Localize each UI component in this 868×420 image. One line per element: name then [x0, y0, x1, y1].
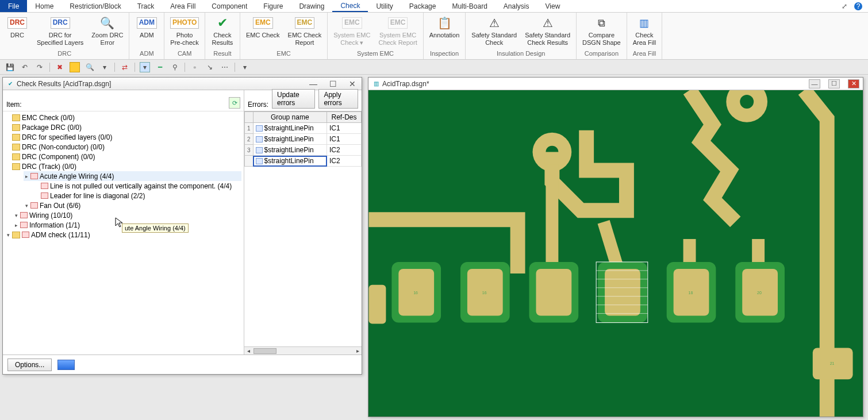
ribbon-button[interactable]: 📋Annotation — [426, 14, 463, 40]
tree-row[interactable]: EMC Check (0/0) — [5, 113, 241, 122]
ribbon-button[interactable]: ADMADM — [132, 14, 162, 40]
tree-row[interactable]: Package DRC (0/0) — [5, 122, 241, 132]
ribbon-button-label: CheckResults — [212, 32, 233, 46]
ribbon-button[interactable]: ⚠Safety StandardCheck Results — [521, 14, 574, 47]
ribbon-button[interactable]: EMCEMC Check — [243, 14, 283, 40]
delete-icon[interactable]: ✖ — [55, 62, 65, 72]
table-row[interactable]: $straightLinePinIC2 — [245, 156, 362, 167]
comment-icon[interactable]: ▾ — [140, 62, 150, 72]
ribbon-button[interactable]: ▥CheckArea Fill — [629, 14, 659, 47]
menu-view[interactable]: View — [537, 0, 569, 12]
canvas-minimize-button[interactable]: — — [809, 79, 820, 88]
tree-twisty-icon[interactable]: ▸ — [24, 174, 30, 179]
scroll-thumb[interactable] — [254, 348, 276, 354]
update-errors-button[interactable]: Update errors — [272, 89, 315, 109]
ribbon-button[interactable]: DRCDRC — [2, 14, 32, 40]
grid-hscroll[interactable]: ◂ ▸ — [244, 346, 362, 355]
menu-utility[interactable]: Utility — [368, 0, 401, 12]
menu-home[interactable]: Home — [27, 0, 62, 12]
col-group-name[interactable]: Group name — [253, 112, 327, 123]
menu-check[interactable]: Check — [332, 0, 368, 12]
tree-row[interactable]: ▸Acute Angle Wiring (4/4) — [24, 171, 241, 181]
scroll-right-icon[interactable]: ▸ — [354, 348, 362, 354]
canvas-close-button[interactable]: ✕ — [848, 79, 859, 88]
ribbon-button[interactable]: EMCSystem EMCCheck Report — [375, 14, 420, 47]
tree-twisty-icon[interactable]: ▾ — [5, 232, 11, 238]
table-row[interactable]: 1$straightLinePinIC1 — [245, 123, 362, 134]
refresh-tree-button[interactable]: ⟳ — [229, 97, 240, 109]
compare-icon: ⧉ — [592, 15, 611, 31]
line-icon[interactable]: ━ — [155, 62, 165, 72]
check-results-titlebar[interactable]: ✔ Check Results [AcidTrap.dsgn] — ☐ ✕ — [3, 78, 362, 90]
tree-twisty-icon[interactable]: ▸ — [13, 222, 20, 228]
ribbon-button[interactable]: ⧉CompareDSGN Shape — [579, 14, 624, 47]
tool-c-icon[interactable]: ⋯ — [220, 62, 230, 72]
undo-icon[interactable]: ↶ — [20, 62, 30, 72]
save-icon[interactable]: 💾 — [5, 62, 15, 72]
tree-row[interactable]: DRC (Component) (0/0) — [5, 152, 241, 161]
select-area-icon[interactable] — [70, 62, 80, 72]
toggle-icon[interactable]: ⇄ — [120, 62, 130, 72]
help-icon[interactable]: ? — [854, 2, 862, 10]
safety-icon: ⚠ — [485, 15, 504, 31]
menu-analysis[interactable]: Analysis — [496, 0, 537, 12]
tree-row[interactable]: Line is not pulled out vertically agains… — [34, 181, 241, 191]
ribbon-button[interactable]: DRCDRC forSpecified Layers — [33, 14, 87, 47]
layer-icon[interactable]: ▾ — [99, 62, 110, 72]
menu-drawing[interactable]: Drawing — [291, 0, 332, 12]
menu-multiboard[interactable]: Multi-Board — [444, 0, 495, 12]
ribbon-button[interactable]: ⚠Safety StandardCheck — [468, 14, 520, 47]
check-tree[interactable]: EMC Check (0/0)Package DRC (0/0)DRC for … — [3, 111, 244, 355]
collapse-ribbon-icon[interactable]: ⤢ — [840, 2, 848, 10]
tree-row-label: DRC (Track) (0/0) — [22, 163, 76, 171]
canvas-maximize-button[interactable]: ☐ — [828, 79, 840, 88]
tree-row[interactable]: DRC (Track) (0/0) — [5, 161, 241, 171]
highlight-color-button[interactable] — [57, 360, 75, 370]
ribbon-button[interactable]: ✔CheckResults — [208, 14, 237, 47]
options-button[interactable]: Options... — [7, 359, 52, 371]
ribbon-button[interactable]: 🔍Zoom DRCError — [88, 14, 126, 47]
probe-icon[interactable]: ⚲ — [170, 62, 180, 72]
tree-twisty-icon[interactable]: ▾ — [24, 203, 30, 209]
scroll-left-icon[interactable]: ◂ — [244, 348, 252, 354]
menu-track[interactable]: Track — [129, 0, 163, 12]
redo-icon[interactable]: ↷ — [34, 62, 45, 72]
menu-component[interactable]: Component — [203, 0, 255, 12]
menu-restriction[interactable]: Restriction/Block — [62, 0, 129, 12]
table-row[interactable]: 3$straightLinePinIC2 — [245, 145, 362, 156]
close-button[interactable]: ✕ — [347, 79, 358, 88]
tree-row[interactable]: ▾Wiring (10/10) — [13, 210, 241, 220]
menu-package[interactable]: Package — [401, 0, 444, 12]
ribbon-button[interactable]: EMCSystem EMCCheck ▾ — [330, 14, 374, 47]
ribbon-button[interactable]: EMCEMC CheckReport — [285, 14, 325, 47]
maximize-button[interactable]: ☐ — [327, 79, 339, 88]
menu-file[interactable]: File — [0, 0, 27, 12]
apply-errors-button[interactable]: Apply errors — [318, 89, 358, 109]
svg-text:20: 20 — [757, 291, 762, 295]
tree-row[interactable]: Leader for line is diagonal (2/2) — [34, 191, 241, 201]
ribbon-button[interactable]: PHOTOPhotoPre-check — [167, 14, 202, 47]
menu-figure[interactable]: Figure — [255, 0, 291, 12]
svg-rect-29 — [369, 285, 386, 324]
table-row[interactable]: 2$straightLinePinIC1 — [245, 134, 362, 145]
zoom-window-icon[interactable]: 🔍 — [85, 62, 95, 72]
tool-a-icon[interactable]: ▫ — [190, 62, 200, 72]
tree-row[interactable]: DRC for specified layers (0/0) — [5, 132, 241, 142]
tree-tooltip: ute Angle Wiring (4/4) — [122, 224, 189, 233]
menu-areafill[interactable]: Area Fill — [162, 0, 203, 12]
dropdown-icon[interactable]: ▾ — [240, 62, 250, 72]
canvas-titlebar[interactable]: ▥ AcidTrap.dsgn* — ☐ ✕ — [368, 78, 863, 90]
tree-row[interactable]: DRC (Non-conductor) (0/0) — [5, 142, 241, 152]
minimize-button[interactable]: — — [308, 79, 319, 88]
error-icon — [30, 202, 38, 209]
tree-twisty-icon[interactable]: ▾ — [13, 213, 20, 218]
tree-row-label: DRC (Component) (0/0) — [22, 153, 95, 161]
tree-row-label: Information (1/1) — [29, 221, 80, 229]
tool-b-icon[interactable]: ↘ — [205, 62, 215, 72]
ribbon-group: EMCSystem EMCCheck ▾EMCSystem EMCCheck R… — [328, 13, 423, 59]
tree-row[interactable]: ▾Fan Out (6/6) — [24, 201, 241, 210]
pcb-canvas[interactable]: 21 16161820 — [368, 90, 863, 417]
col-ref-des[interactable]: Ref-Des — [327, 112, 362, 123]
errors-grid[interactable]: Group name Ref-Des 1$straightLinePinIC12… — [244, 111, 362, 346]
tree-row-label: ADM check (11/11) — [31, 231, 90, 239]
